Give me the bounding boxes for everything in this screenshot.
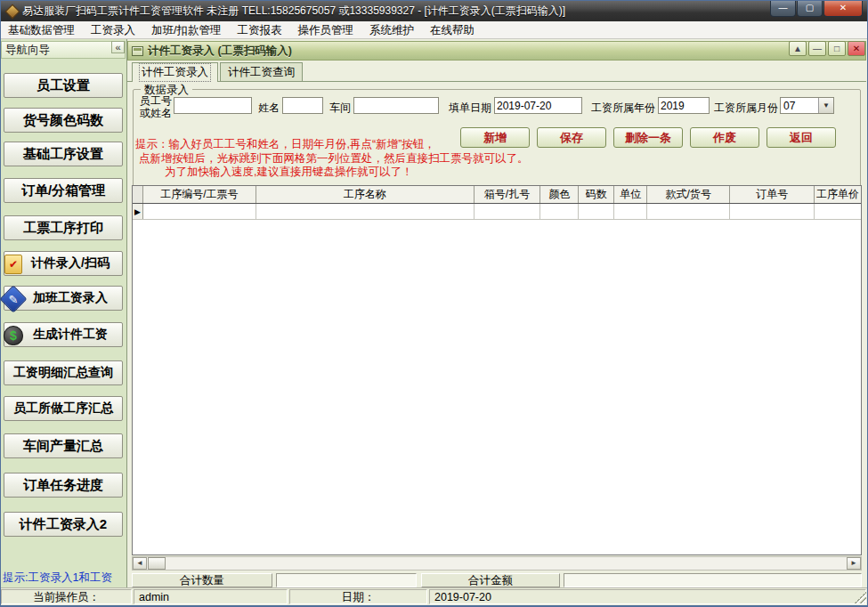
tab-piece-wage-query[interactable]: 计件工资查询 [220,62,303,81]
app-window: 易达服装厂扫码工票计件工资管理软件 未注册 TELL:15825675057 或… [0,0,868,607]
wage-month-select[interactable]: 07 ▼ [780,97,834,114]
main-area: 计件工资录入 (工票扫码输入) ▲ — □ ✕ 计件工资录入 计件工资查询 数据… [127,39,868,587]
workshop-input[interactable] [353,97,439,114]
table-row[interactable]: ▶ [133,204,861,220]
sidebar-hint: 提示:工资录入1和工资 [3,571,126,586]
col-unit-price[interactable]: 工序单价 [815,186,861,203]
col-size[interactable]: 码数 [579,186,614,203]
menu-wage-entry[interactable]: 工资录入 [83,21,143,39]
dropdown-arrow-icon[interactable]: ▼ [818,98,833,113]
totals-row: 合计数量 合计金额 [132,573,862,587]
back-button[interactable]: 返回 [767,127,836,148]
sidebar-item-overtime-entry[interactable]: ✎ 加班工资录入 [4,286,123,311]
status-operator-label: 当前操作员： [1,589,132,604]
titlebar: 易达服装厂扫码工票计件工资管理软件 未注册 TELL:15825675057 或… [0,0,868,21]
sidebar-item-process-setup[interactable]: 基础工序设置 [4,142,123,166]
tab-strip: 计件工资录入 计件工资查询 [132,62,304,81]
wage-year-label: 工资所属年份 [591,101,655,116]
name-input[interactable] [282,97,323,114]
sidebar-item-wage-detail-query[interactable]: 工资明细汇总查询 [4,360,123,385]
total-qty-label: 合计数量 [132,573,272,587]
menu-system-maintenance[interactable]: 系统维护 [361,21,422,39]
maximize-button[interactable]: ▢ [797,0,823,17]
sidebar-item-style-color-size[interactable]: 货号颜色码数 [4,108,123,133]
sidebar-item-employee-process-summary[interactable]: 员工所做工序汇总 [4,396,123,421]
money-bag-icon: $ [2,324,25,347]
col-color[interactable]: 颜色 [540,186,579,203]
fill-date-input[interactable] [494,97,582,114]
save-button[interactable]: 保存 [537,127,606,148]
minimize-button[interactable]: — [770,0,796,17]
fill-date-label: 填单日期 [449,101,491,116]
col-order-no[interactable]: 订单号 [730,186,815,203]
menu-operator-mgmt[interactable]: 操作员管理 [289,21,361,39]
overtime-entry-icon: ✎ [2,287,25,311]
statusbar: 当前操作员： admin 日期： 2019-07-20 [0,587,868,605]
child-window-controls: ▲ — □ ✕ [789,41,865,56]
tab-piece-wage-entry[interactable]: 计件工资录入 [132,62,218,82]
employee-no-label: 员工号或姓名 [140,95,172,120]
total-amount-label: 合计金额 [421,573,560,587]
status-date-value: 2019-07-20 [429,589,866,604]
wage-month-label: 工资所属月份 [714,101,778,116]
sidebar-item-workshop-output-summary[interactable]: 车间产量汇总 [4,433,123,458]
menu-wage-report[interactable]: 工资报表 [229,21,289,39]
scroll-right-icon[interactable]: ► [847,557,861,570]
grid-header: 工序编号/工票号 工序名称 箱号/扎号 颜色 码数 单位 款式/货号 订单号 工… [133,186,861,204]
sidebar-item-generate-piece-wage[interactable]: $ 生成计件工资 [4,322,123,347]
menu-online-help[interactable]: 在线帮助 [422,21,483,39]
status-operator-value: admin [134,589,288,604]
resize-grip[interactable] [855,592,866,603]
row-marker-icon: ▶ [133,204,143,219]
grid-header-selector [133,186,143,203]
child-close-button[interactable]: ✕ [848,41,865,56]
workshop-label: 车间 [329,101,351,116]
wage-month-value: 07 [781,100,818,112]
status-date-label: 日期： [289,589,427,604]
col-style-no[interactable]: 款式/货号 [647,186,730,203]
child-maximize-button[interactable]: □ [828,41,846,56]
employee-no-input[interactable] [174,97,252,114]
child-titlebar: 计件工资录入 (工票扫码输入) [127,41,866,61]
tab-strip-line [127,81,866,82]
child-window-icon [132,46,143,56]
void-button[interactable]: 作废 [690,127,759,148]
window-controls: — ▢ ✕ [769,0,863,17]
menu-overtime-deduction[interactable]: 加班/扣款管理 [143,21,229,39]
total-amount-value [564,573,862,587]
close-button[interactable]: ✕ [823,0,863,17]
sidebar-header-label: 导航向导 [5,43,50,58]
total-qty-value [276,573,417,587]
piece-entry-icon: ✔ [2,253,25,276]
name-label: 姓名 [258,101,280,116]
hint-line-3: 为了加快输入速度,建议直接用键盘操作就可以了！ [165,165,412,180]
window-title: 易达服装厂扫码工票计件工资管理软件 未注册 TELL:15825675057 或… [22,4,565,19]
sidebar-collapse-button[interactable]: « [111,41,125,53]
menubar: 基础数据管理 工资录入 加班/扣款管理 工资报表 操作员管理 系统维护 在线帮助 [0,21,868,39]
sidebar-item-employee-setup[interactable]: 员工设置 [4,73,123,98]
horizontal-scrollbar[interactable]: ◄ ► [132,556,862,571]
sidebar-item-ticket-print[interactable]: 工票工序打印 [4,215,123,240]
child-restore-button[interactable]: ▲ [789,41,807,56]
wage-year-input[interactable] [658,97,710,114]
col-unit[interactable]: 单位 [614,186,647,203]
sidebar-item-order-box-mgmt[interactable]: 订单/分箱管理 [4,178,123,203]
scrollbar-thumb[interactable] [148,557,166,570]
sidebar-item-piece-wage-entry-2[interactable]: 计件工资录入2 [4,512,123,537]
col-process-ticket-no[interactable]: 工序编号/工票号 [143,186,256,203]
sidebar-item-piece-entry-scan[interactable]: ✔ 计件录入/扫码 [4,251,123,276]
menu-basic-data[interactable]: 基础数据管理 [0,21,83,39]
delete-one-button[interactable]: 删除一条 [613,127,683,148]
child-minimize-button[interactable]: — [808,41,826,56]
child-window-title: 计件工资录入 (工票扫码输入) [148,44,292,59]
scroll-left-icon[interactable]: ◄ [133,557,147,570]
sidebar: 导航向导 « 员工设置 货号颜色码数 基础工序设置 订单/分箱管理 工票工序打印… [0,39,127,587]
sidebar-item-order-task-progress[interactable]: 订单任务进度 [4,473,123,498]
form-fields: 员工号或姓名 姓名 车间 填单日期 工资所属年份 工资所属月份 07 ▼ [127,94,868,121]
app-icon [5,4,18,17]
add-button[interactable]: 新增 [460,127,530,148]
col-box-bundle-no[interactable]: 箱号/扎号 [475,186,541,203]
col-process-name[interactable]: 工序名称 [256,186,475,203]
hint-line-1: 提示：输入好员工工号和姓名，日期年月份,再点“新增”按钮， [135,137,435,152]
sidebar-header: 导航向导 [1,41,126,59]
